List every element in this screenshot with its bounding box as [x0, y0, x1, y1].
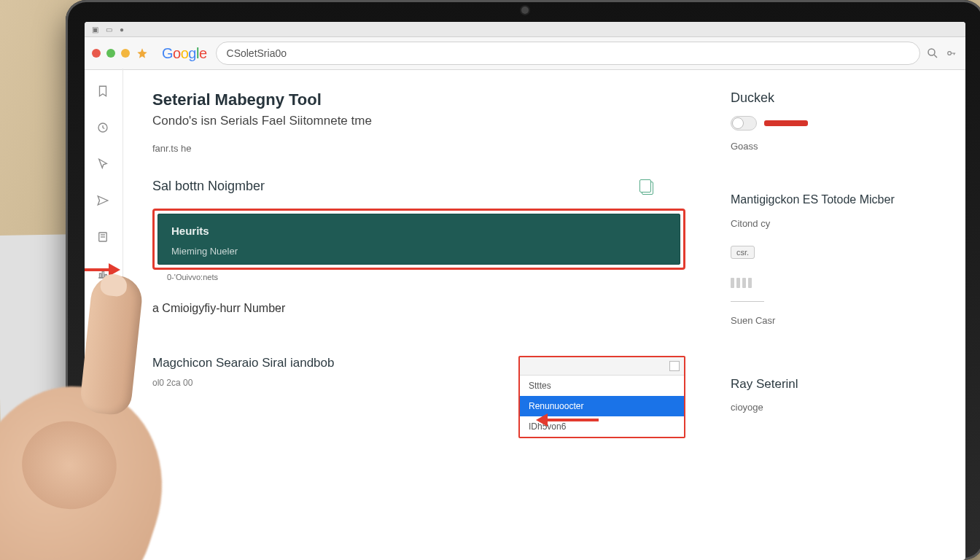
search-icon[interactable] [926, 47, 939, 60]
highlighted-card[interactable]: Heurits Mieming Nueler [152, 209, 685, 270]
star-icon[interactable] [136, 47, 149, 60]
page-subtitle: Condo's isn Serials Fael Siitomnete tme [152, 114, 685, 128]
cursor-icon[interactable] [96, 158, 111, 172]
page-title: Seterial Mabegny Tool [152, 90, 685, 109]
bottom-sub: ol0 2ca 00 [152, 378, 504, 388]
right-sub-2: Citond cy [731, 218, 949, 229]
svg-line-1 [934, 55, 937, 58]
right-title-3: Ray Seterinl [731, 377, 949, 392]
omnibox[interactable]: CSoletSria0o [216, 42, 920, 65]
tabstrip-glyph: ● [120, 26, 124, 34]
card-line1: Heurits [171, 225, 666, 237]
section-serial-title: Sal bottn Noigmber [152, 179, 685, 194]
chevron-icon[interactable] [96, 303, 111, 318]
tabstrip-glyph: ▣ [92, 26, 98, 34]
red-indicator [764, 120, 808, 126]
tabstrip-glyph: ▭ [106, 26, 112, 34]
bookmark-icon[interactable] [96, 85, 111, 99]
right-label-3: Suen Casr [731, 315, 949, 326]
traffic-yellow-icon[interactable] [106, 49, 115, 58]
right-sub-3: cioyoge [731, 402, 949, 413]
main-content: Seterial Mabegny Tool Condo's isn Serial… [123, 69, 715, 560]
dropdown-header[interactable] [520, 357, 684, 376]
toggle-switch[interactable] [731, 116, 757, 131]
toggle-label: Goass [731, 141, 949, 152]
dropdown-item[interactable]: Stttes [520, 376, 684, 396]
page-subnote: fanr.ts he [152, 143, 685, 154]
webcam [521, 7, 529, 14]
copy-icon[interactable] [642, 182, 653, 195]
traffic-green-icon[interactable] [121, 49, 130, 58]
omnibox-text: CSoletSria0o [227, 47, 287, 59]
divider [731, 301, 764, 302]
right-title-1: Duckek [731, 90, 949, 106]
left-nav [85, 69, 123, 560]
chip[interactable]: csr. [731, 246, 755, 259]
bottom-title: Magchicon Searaio Siral iandbob [152, 356, 504, 370]
note-icon[interactable] [96, 230, 111, 245]
browser-tabstrip: ▣ ▭ ● [85, 22, 965, 37]
send-icon[interactable] [96, 194, 111, 209]
browser-toolbar: Google CSoletSria0o [85, 37, 965, 70]
key-icon[interactable] [945, 47, 958, 60]
svg-point-0 [928, 49, 935, 55]
card-line2: Mieming Nueler [171, 246, 666, 257]
google-logo: Google [162, 45, 207, 62]
step-3-label: a Cmioigyfiy-hurr Number [152, 302, 685, 315]
segmented-indicator [731, 278, 949, 288]
right-panel: Duckek Goass Mantigigckon ES Totode Micb… [715, 69, 965, 560]
right-title-2: Mantigigckon ES Totode Micber [731, 192, 949, 208]
traffic-red-icon[interactable] [92, 49, 101, 58]
clock-icon[interactable] [96, 121, 111, 136]
svg-point-2 [948, 52, 952, 55]
